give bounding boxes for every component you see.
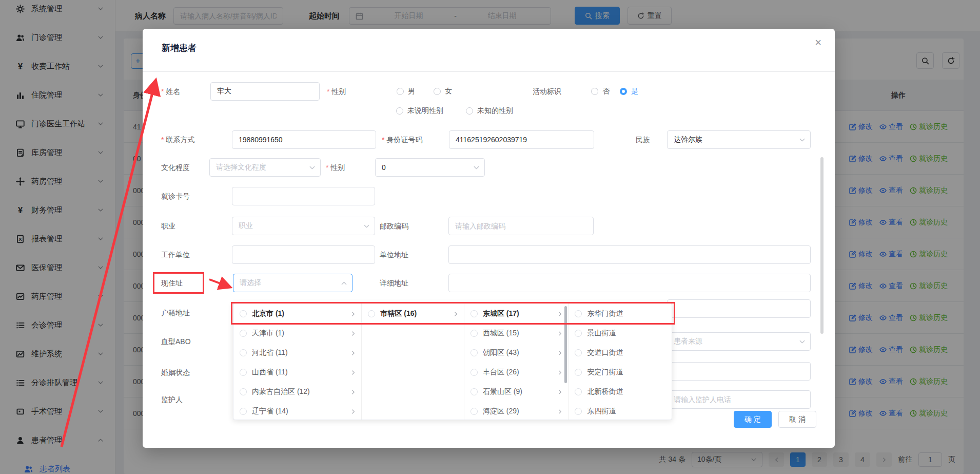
- education-placeholder: 请选择文化程度: [216, 163, 266, 172]
- radio-icon[interactable]: [575, 408, 582, 415]
- name-input[interactable]: [210, 82, 320, 101]
- marital-status-label: 婚姻状态: [161, 363, 190, 382]
- gender-label: 性别: [327, 82, 346, 101]
- radio-icon[interactable]: [240, 330, 247, 337]
- cascader-option[interactable]: 北新桥街道: [569, 382, 672, 402]
- radio-icon[interactable]: [240, 369, 247, 376]
- radio-icon: [466, 107, 473, 115]
- confirm-button[interactable]: 确 定: [734, 411, 772, 428]
- chevron-right-icon: [557, 409, 563, 414]
- chevron-up-icon: [341, 280, 347, 287]
- radio-label: 否: [602, 87, 610, 96]
- gender-radio-female[interactable]: 女: [434, 82, 452, 101]
- cascader-option-label: 山西省 (11): [252, 368, 288, 377]
- gender-radio-male[interactable]: 男: [397, 82, 415, 101]
- marital-right-input[interactable]: [667, 362, 811, 381]
- cascader-column: 东华门街道景山街道交道口街道安定门街道北新桥街道东四街道: [569, 304, 672, 420]
- cancel-button[interactable]: 取 消: [778, 411, 816, 428]
- cascader-option[interactable]: 石景山区 (9): [464, 382, 569, 402]
- cascader-option[interactable]: 西城区 (15): [464, 324, 569, 343]
- radio-label: 女: [445, 87, 452, 96]
- chevron-down-icon: [799, 137, 806, 143]
- name-label: 姓名: [161, 82, 180, 101]
- cascader-option-label: 北京市 (1): [252, 309, 284, 318]
- radio-icon[interactable]: [471, 310, 478, 317]
- radio-icon[interactable]: [240, 349, 247, 356]
- close-icon[interactable]: ×: [815, 37, 821, 48]
- radio-icon: [396, 107, 403, 115]
- cascader-option[interactable]: 市辖区 (16): [362, 304, 464, 324]
- detail-address-input[interactable]: [448, 274, 811, 292]
- cascader-option-label: 辽宁省 (14): [252, 407, 288, 416]
- cascader-option-label: 东华门街道: [587, 309, 623, 318]
- add-patient-modal: 新增患者 × 姓名 性别 男 女 活动标识 否 是 未说明性别 未知的性别 联系…: [143, 29, 835, 448]
- radio-icon[interactable]: [368, 310, 375, 317]
- cascader-option-label: 景山街道: [587, 329, 616, 338]
- cascader-option[interactable]: 辽宁省 (14): [233, 402, 361, 420]
- chevron-right-icon: [350, 370, 356, 375]
- cascader-option-label: 北新桥街道: [587, 387, 623, 396]
- cascader-option[interactable]: 交道口街道: [569, 343, 672, 363]
- cascader-option-label: 河北省 (11): [252, 348, 288, 357]
- card-no-input[interactable]: [232, 187, 375, 205]
- cascader-option[interactable]: 海淀区 (29): [464, 402, 569, 420]
- cascader-option[interactable]: 山西省 (11): [233, 363, 361, 382]
- chevron-right-icon: [350, 350, 356, 356]
- current-address-label: 现住址: [161, 274, 183, 292]
- cascader-option[interactable]: 天津市 (1): [233, 324, 361, 343]
- radio-icon[interactable]: [575, 388, 582, 395]
- radio-icon[interactable]: [575, 349, 582, 356]
- radio-icon[interactable]: [575, 369, 582, 376]
- cascader-option[interactable]: 景山街道: [569, 324, 672, 343]
- chevron-down-icon: [799, 338, 806, 345]
- chevron-right-icon: [350, 409, 356, 414]
- radio-icon[interactable]: [575, 330, 582, 337]
- cascader-option[interactable]: 东城区 (17): [464, 304, 569, 324]
- radio-icon[interactable]: [240, 408, 247, 415]
- cascader-option[interactable]: 北京市 (1): [233, 304, 361, 324]
- radio-icon[interactable]: [471, 330, 478, 337]
- id-number-input[interactable]: [449, 130, 594, 149]
- ethnicity-label: 民族: [636, 130, 650, 149]
- card-no-label: 就诊卡号: [161, 187, 190, 205]
- cascader-option[interactable]: 河北省 (11): [233, 343, 361, 363]
- contact-input[interactable]: [232, 130, 376, 149]
- work-unit-input[interactable]: [232, 245, 375, 264]
- cascader-option[interactable]: 丰台区 (26): [464, 363, 569, 382]
- radio-icon[interactable]: [471, 349, 478, 356]
- gender-radio-unknown[interactable]: 未知的性别: [466, 102, 513, 120]
- active-flag-radio-yes[interactable]: 是: [620, 82, 638, 101]
- occupation-select[interactable]: 职业: [232, 217, 375, 235]
- postal-code-input[interactable]: [448, 217, 594, 235]
- household-detail-input[interactable]: [667, 299, 811, 318]
- chevron-right-icon: [350, 389, 356, 395]
- unit-address-label: 单位地址: [380, 245, 408, 264]
- ethnicity-select[interactable]: 达斡尔族: [667, 130, 811, 149]
- radio-icon[interactable]: [471, 408, 478, 415]
- active-flag-label: 活动标识: [533, 82, 561, 101]
- cascader-option[interactable]: 东四街道: [569, 402, 672, 420]
- scrollbar-thumb[interactable]: [564, 306, 567, 383]
- radio-icon[interactable]: [471, 388, 478, 395]
- modal-scrollbar[interactable]: [820, 157, 824, 334]
- postal-code-label: 邮政编码: [380, 217, 408, 235]
- guardian-phone-input[interactable]: [667, 390, 811, 409]
- unit-address-input[interactable]: [448, 245, 811, 264]
- radio-icon[interactable]: [240, 388, 247, 395]
- radio-icon[interactable]: [240, 310, 247, 317]
- cascader-option[interactable]: 内蒙古自治区 (12): [233, 382, 361, 402]
- cascader-option[interactable]: 朝阳区 (43): [464, 343, 569, 363]
- current-address-cascader-select[interactable]: 请选择: [233, 274, 352, 292]
- active-flag-radio-no[interactable]: 否: [591, 82, 610, 101]
- cascader-option[interactable]: 安定门街道: [569, 363, 672, 382]
- radio-icon[interactable]: [575, 310, 582, 317]
- radio-icon: [591, 88, 598, 95]
- cascader-column: 东城区 (17)西城区 (15)朝阳区 (43)丰台区 (26)石景山区 (9)…: [464, 304, 569, 420]
- gender-radio-unstated[interactable]: 未说明性别: [396, 102, 443, 120]
- patient-source-select[interactable]: 患者来源: [667, 332, 811, 351]
- radio-icon[interactable]: [471, 369, 478, 376]
- chevron-right-icon: [557, 389, 563, 395]
- cascader-option[interactable]: 东华门街道: [569, 304, 672, 324]
- education-select[interactable]: 请选择文化程度: [209, 158, 321, 177]
- gender-code-select[interactable]: 0: [375, 158, 485, 177]
